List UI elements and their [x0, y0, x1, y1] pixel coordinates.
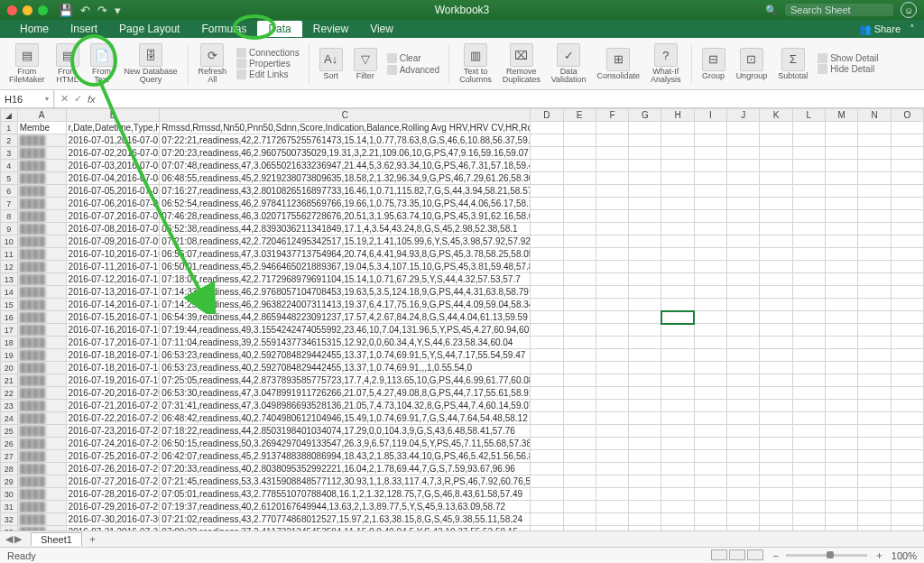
column-header-O[interactable]: O — [891, 109, 923, 122]
cell[interactable] — [891, 337, 923, 349]
cell[interactable] — [858, 513, 891, 526]
cell[interactable] — [858, 463, 891, 475]
cell[interactable] — [891, 374, 923, 387]
cell[interactable] — [826, 337, 858, 349]
row-header[interactable]: 6 — [1, 185, 18, 198]
cell[interactable] — [661, 273, 694, 286]
cell[interactable] — [760, 412, 792, 425]
cell[interactable]: 07:21:02,readiness,43,2.770774868012527,… — [160, 513, 531, 526]
cell[interactable]: 06:50:01,readiness,45,2.9466465021889367… — [160, 261, 531, 273]
cell[interactable] — [629, 501, 661, 513]
cell[interactable] — [727, 337, 760, 349]
cell[interactable] — [727, 198, 760, 210]
cell[interactable] — [727, 185, 760, 198]
cell[interactable] — [826, 475, 858, 488]
cell[interactable] — [596, 134, 628, 147]
cell[interactable] — [792, 122, 825, 134]
cell[interactable] — [826, 349, 858, 362]
cancel-icon[interactable]: ✕ — [60, 93, 69, 105]
cell[interactable]: 06:53:23,readiness,40,2.5927084829442455… — [160, 362, 531, 374]
cell[interactable] — [531, 172, 563, 185]
cell[interactable] — [826, 223, 858, 235]
select-all-corner[interactable]: ◢ — [1, 109, 18, 122]
cell[interactable] — [760, 337, 792, 349]
cell[interactable] — [661, 374, 694, 387]
cell[interactable]: 2016-07-13,2016-07-13 — [66, 286, 160, 299]
cell[interactable] — [727, 273, 760, 286]
cell[interactable] — [760, 463, 792, 475]
cell[interactable] — [596, 425, 628, 438]
cell[interactable] — [760, 425, 792, 438]
row-header[interactable]: 10 — [1, 235, 18, 248]
cell[interactable] — [760, 387, 792, 400]
cell[interactable] — [891, 210, 923, 223]
cell[interactable] — [661, 412, 694, 425]
cell[interactable] — [727, 210, 760, 223]
cell[interactable] — [694, 412, 726, 425]
cell[interactable] — [727, 147, 760, 160]
cell[interactable] — [563, 374, 596, 387]
cell[interactable] — [858, 488, 891, 501]
cell[interactable] — [694, 210, 726, 223]
minimize-window-icon[interactable] — [23, 5, 32, 15]
cell[interactable] — [694, 387, 726, 400]
cell[interactable] — [891, 261, 923, 273]
cell[interactable] — [563, 412, 596, 425]
cell[interactable]: 06:54:39,readiness,44,2.8659448223091237… — [160, 311, 531, 324]
cell[interactable] — [563, 299, 596, 311]
cell[interactable] — [727, 172, 760, 185]
cell[interactable]: 2016-07-25,2016-07-25 — [66, 450, 160, 463]
cell[interactable]: 2016-07-03,2016-07-03 — [66, 160, 160, 172]
cell[interactable] — [629, 362, 661, 374]
cell[interactable]: 2016-07-05,2016-07-05 — [66, 185, 160, 198]
cell[interactable] — [891, 198, 923, 210]
cell-redacted[interactable]: ████ — [17, 400, 66, 412]
cell[interactable] — [792, 412, 825, 425]
cell[interactable]: 06:52:38,readiness,44,2.8393036211341849… — [160, 223, 531, 235]
show-detail-button[interactable]: Show Detail — [815, 53, 881, 63]
cell[interactable]: 2016-07-04,2016-07-04 — [66, 172, 160, 185]
cell[interactable]: 2016-07-30,2016-07-30 — [66, 513, 160, 526]
cell[interactable] — [792, 311, 825, 324]
enter-icon[interactable]: ✓ — [74, 93, 82, 105]
zoom-slider[interactable] — [786, 554, 867, 557]
cell[interactable] — [596, 463, 628, 475]
cell[interactable] — [826, 160, 858, 172]
cell[interactable] — [661, 261, 694, 273]
cell[interactable] — [858, 450, 891, 463]
zoom-window-icon[interactable] — [38, 5, 48, 15]
cell-redacted[interactable]: ████ — [17, 501, 66, 513]
cell[interactable] — [629, 198, 661, 210]
close-window-icon[interactable] — [7, 5, 17, 15]
cell[interactable] — [858, 235, 891, 248]
cell[interactable]: 07:20:33,readiness,40,2.8038095352992221… — [160, 463, 531, 475]
cell[interactable] — [629, 311, 661, 324]
cell-redacted[interactable]: ████ — [17, 513, 66, 526]
cell[interactable]: 07:21:08,readiness,42,2.7204612495342517… — [160, 235, 531, 248]
cell[interactable] — [694, 235, 726, 248]
cell[interactable] — [694, 324, 726, 337]
column-header-I[interactable]: I — [694, 109, 726, 122]
cell[interactable] — [826, 248, 858, 261]
cell[interactable] — [760, 210, 792, 223]
cell[interactable]: Rmssd,Rmssd,Nn50,Pnn50,Sdnn,Score,Indica… — [160, 122, 531, 134]
cell[interactable] — [891, 147, 923, 160]
cell[interactable] — [858, 248, 891, 261]
cell[interactable] — [826, 400, 858, 412]
cell[interactable] — [792, 400, 825, 412]
cell[interactable] — [891, 475, 923, 488]
column-header-M[interactable]: M — [826, 109, 858, 122]
cell[interactable]: 2016-07-29,2016-07-29 — [66, 501, 160, 513]
row-header[interactable]: 19 — [1, 349, 18, 362]
subtotal-button[interactable]: ΣSubtotal — [774, 46, 811, 82]
cell[interactable] — [531, 273, 563, 286]
new-database-query-button[interactable]: 🗄New Database Query — [121, 42, 181, 86]
cell[interactable]: 2016-07-14,2016-07-14 — [66, 299, 160, 311]
cell[interactable] — [760, 223, 792, 235]
cell[interactable] — [661, 223, 694, 235]
cell[interactable] — [727, 324, 760, 337]
cell[interactable]: 07:19:37,readiness,40,2.6120167649944,13… — [160, 501, 531, 513]
cell[interactable] — [760, 172, 792, 185]
cell[interactable] — [858, 362, 891, 374]
cell[interactable] — [760, 160, 792, 172]
